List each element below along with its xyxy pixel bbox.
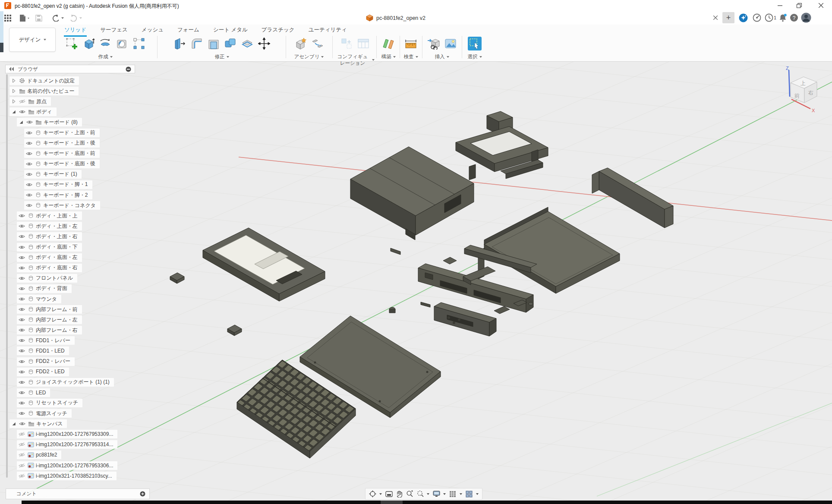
construct-plane-button[interactable] [381,35,396,53]
visibility-eye-icon[interactable] [18,411,25,416]
tree-row[interactable]: FDD2・レバー [17,357,75,366]
zoom-button[interactable] [405,490,414,498]
remove-filter-icon[interactable] [126,66,131,72]
tree-row[interactable]: キーボード (8) [17,118,82,126]
collapse-panel-icon[interactable] [9,67,14,71]
visibility-eye-icon[interactable] [25,172,33,177]
expand-closed-icon[interactable] [10,99,17,104]
undo-button[interactable] [52,13,65,23]
visibility-eye-icon[interactable] [25,151,33,156]
add-comment-icon[interactable] [140,491,145,497]
configuration-table-button[interactable] [356,35,371,53]
zoom-window-button[interactable] [416,490,424,498]
select-group-dropdown[interactable]: 選択 [463,54,486,60]
visibility-eye-icon[interactable] [25,182,33,187]
tree-row[interactable]: ボディ・背面 [17,284,72,293]
tree-row[interactable]: キーボード・底面・前 [24,149,100,158]
minimize-button[interactable] [771,0,788,11]
tree-row[interactable]: FDD1・レバー [17,336,75,345]
visibility-eye-off-icon[interactable] [18,473,25,479]
display-settings-dropdown-caret[interactable] [443,493,446,495]
visibility-eye-icon[interactable] [18,276,25,281]
visibility-eye-icon[interactable] [18,296,25,302]
tree-row[interactable]: i-img1200x1200-172767953314... [17,440,117,449]
orbit-button[interactable] [368,490,377,498]
tree-row[interactable]: ボディ [9,107,57,116]
expand-open-icon[interactable] [10,421,17,426]
ai-assistant-icon[interactable] [738,13,748,23]
visibility-eye-icon[interactable] [25,192,33,198]
visibility-eye-icon[interactable] [18,224,25,229]
visibility-eye-icon[interactable] [25,203,33,208]
tree-row[interactable]: ボディ・底面・下 [17,243,82,252]
viewports-dropdown-caret[interactable] [476,493,479,495]
inspect-group-dropdown[interactable]: 検査 [401,54,420,60]
help-icon[interactable]: ? [789,13,799,23]
move-copy-button[interactable] [257,35,271,53]
tree-row[interactable]: ボディ・底面・左 [17,253,82,262]
visibility-eye-icon[interactable] [18,348,25,353]
tree-row[interactable]: i-img1200x321-1703852103scy... [17,472,117,480]
expand-closed-icon[interactable] [10,78,17,83]
browser-header[interactable]: ブラウザ [5,65,135,73]
viewcube[interactable]: 上 前 右 Z X [770,65,832,121]
tree-row[interactable]: FDD1・LED [17,346,69,355]
rectangular-pattern-button[interactable] [132,35,146,53]
visibility-eye-icon[interactable] [18,338,25,343]
visibility-eye-icon[interactable] [18,359,25,364]
orbit-dropdown-caret[interactable] [379,493,382,495]
select-button[interactable] [468,37,482,50]
tree-row[interactable]: キーボード・上面・後 [24,139,100,148]
file-menu-button[interactable] [19,13,30,23]
create-group-dropdown[interactable]: 作成 [55,54,155,60]
tree-row[interactable]: キーボード (1) [24,170,82,179]
zoom-window-dropdown-caret[interactable] [427,493,429,495]
joint-button[interactable] [310,35,325,53]
measure-button[interactable] [403,35,418,53]
visibility-eye-icon[interactable] [18,400,25,406]
tree-row[interactable]: LED [17,388,50,397]
expand-closed-icon[interactable] [10,88,17,94]
tree-row[interactable]: pc881fe2 [17,450,61,459]
tree-row[interactable]: ボディ・上面・右 [17,232,82,241]
visibility-eye-icon[interactable] [25,130,33,135]
fillet-button[interactable] [189,35,204,53]
tree-row[interactable]: ボディ・底面・右 [17,264,82,272]
pan-button[interactable] [395,490,403,498]
tree-row[interactable]: ドキュメントの設定 [9,76,79,85]
display-settings-button[interactable] [432,490,441,498]
assemble-group-dropdown[interactable]: アセンブリ [287,54,331,60]
visibility-eye-off-icon[interactable] [18,99,26,104]
visibility-eye-icon[interactable] [18,109,26,114]
tree-row[interactable]: 電源スイッチ [17,409,72,418]
tree-row[interactable]: キーボード・脚・2 [24,191,92,199]
visibility-eye-icon[interactable] [18,213,25,218]
close-button[interactable] [812,0,829,11]
tree-row[interactable]: フロントパネル [17,274,77,283]
press-pull-button[interactable] [173,35,187,53]
browser-scrollbar[interactable] [6,74,8,478]
tree-row[interactable]: 内部フレーム・右 [17,326,82,334]
tree-row[interactable]: キーボード・コネクタ [24,201,100,210]
shell-button[interactable] [206,35,221,53]
visibility-eye-icon[interactable] [25,120,33,125]
visibility-eye-icon[interactable] [18,234,25,239]
tree-row[interactable]: i-img1200x1200-172767953306... [17,461,117,470]
tree-row[interactable]: ボディ・上面・左 [17,222,82,230]
new-component-button[interactable] [293,35,308,53]
new-tab-button[interactable]: + [722,12,734,23]
tree-row[interactable]: FDD2・LED [17,368,69,376]
notifications-bell-icon[interactable] [778,13,788,23]
combine-button[interactable] [223,35,238,53]
visibility-eye-icon[interactable] [18,307,25,312]
user-avatar[interactable] [801,13,811,23]
tree-row[interactable]: 内部フレーム・左 [17,315,82,324]
insert-derive-button[interactable] [426,35,441,53]
configuration-group-dropdown[interactable]: コンフィギュレーション [335,54,375,66]
visibility-eye-icon[interactable] [18,317,25,322]
document-tab-close-button[interactable] [710,13,721,23]
redo-button[interactable] [70,13,83,23]
insert-group-dropdown[interactable]: 挿入 [424,54,460,60]
expand-open-icon[interactable] [18,120,24,125]
tree-row[interactable]: ジョイスティックポート (1) (1) [17,378,114,387]
